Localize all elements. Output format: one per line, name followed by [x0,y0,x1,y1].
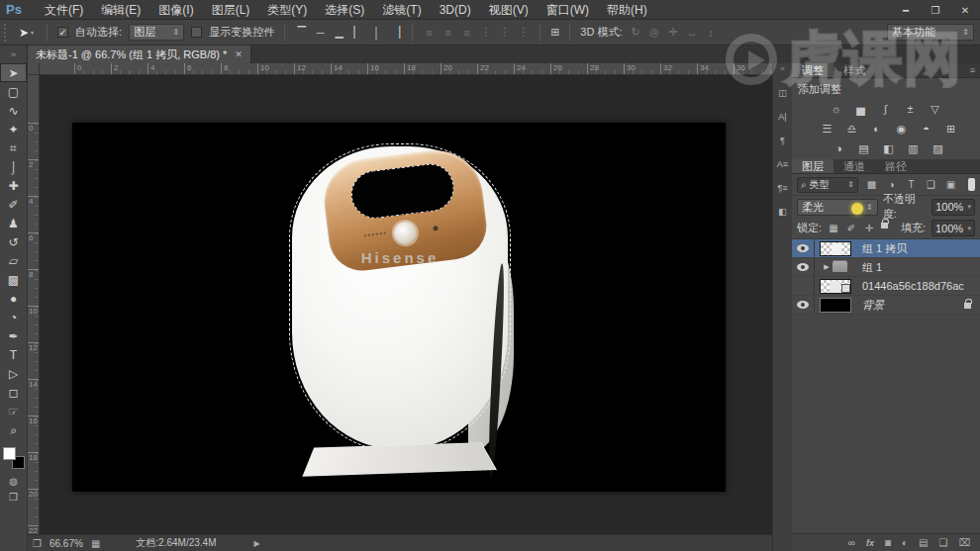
align-right-edges-icon[interactable]: ▕ [389,26,402,39]
auto-select-checkbox[interactable]: ✓ [57,27,68,38]
distribute-right-edges-icon[interactable]: ⋮ [517,26,530,39]
align-horizontal-centers-icon[interactable]: │ [370,27,383,39]
pen-tool[interactable]: ✒ [0,326,27,345]
3d-roll-icon[interactable]: ◎ [648,26,661,39]
black-white-icon[interactable]: ◐ [868,122,885,137]
auto-select-dropdown[interactable]: 图层 ⇕ [129,24,184,41]
document-tab[interactable]: 未标题-1 @ 66.7% (组 1 拷贝, RGB/8) * ✕ [28,46,251,63]
brightness-contrast-icon[interactable]: ☼ [828,102,844,117]
screen-mode-icon[interactable]: ❐ [0,489,27,505]
distribute-horizontal-centers-icon[interactable]: ⋮ [498,26,511,39]
channel-mixer-icon[interactable]: ◓ [918,122,934,137]
3d-slide-icon[interactable]: ↔ [686,27,699,39]
add-layer-mask-icon[interactable]: ◙ [885,537,891,548]
new-group-icon[interactable]: ▤ [919,537,928,548]
auto-align-icon[interactable]: ⊞ [550,26,559,39]
visibility-toggle[interactable] [792,239,815,257]
eraser-tool[interactable]: ▱ [0,251,27,270]
filter-adjustment-layers-icon[interactable]: ◑ [885,179,898,190]
tab-channels[interactable]: 通道 [833,159,875,173]
align-bottom-edges-icon[interactable]: ▁ [333,26,345,39]
lock-image-pixels-icon[interactable]: ✐ [845,223,857,233]
gradient-map-icon[interactable]: ▥ [905,141,922,156]
show-transform-checkbox[interactable] [191,27,202,38]
opacity-field[interactable]: 100% ▾ [931,199,975,216]
paragraph-panel-icon[interactable]: ¶ [777,135,788,146]
color-balance-icon[interactable]: ♎ [843,122,860,137]
layer-row[interactable]: 01446a56c188d76ac725... [792,277,980,296]
foreground-color-swatch[interactable] [3,447,16,460]
3d-scale-icon[interactable]: ↕ [705,27,718,39]
menu-item-3d[interactable]: 3D(D) [431,0,480,20]
menu-item-edit[interactable]: 编辑(E) [92,0,149,20]
filter-pixel-layers-icon[interactable]: ▩ [865,179,878,190]
layer-thumbnail[interactable] [815,279,856,294]
fill-field[interactable]: 100% ▾ [931,220,975,236]
distribute-left-edges-icon[interactable]: ⋮ [479,26,492,39]
current-tool-badge[interactable]: ➤ ▾ [16,26,37,40]
color-swatches[interactable] [3,447,25,469]
zoom-level[interactable]: 66.67% [49,538,83,549]
layer-thumbnail[interactable] [815,241,856,256]
close-tab-icon[interactable]: ✕ [235,46,243,63]
visibility-toggle[interactable] [792,258,815,276]
history-brush-tool[interactable]: ↺ [0,232,27,251]
tab-styles[interactable]: 样式 [833,63,875,77]
toolbar-collapse-icon[interactable]: » [0,46,28,63]
paragraph-styles-panel-icon[interactable]: ¶≡ [777,182,788,194]
menu-item-file[interactable]: 文件(F) [36,0,92,20]
threshold-icon[interactable]: ◧ [880,141,897,156]
visibility-toggle[interactable] [792,277,815,295]
vibrance-icon[interactable]: ▽ [927,102,943,117]
invert-icon[interactable]: ◑ [831,141,847,156]
dodge-tool[interactable]: ◔ [0,308,27,326]
tab-paths[interactable]: 路径 [875,159,917,173]
character-styles-panel-icon[interactable]: A≡ [777,158,788,170]
visibility-toggle[interactable] [792,296,815,314]
eyedropper-tool[interactable]: ⌡ [0,157,27,176]
align-left-edges-icon[interactable]: ▏ [351,26,364,39]
layer-row[interactable]: 组 1 [792,258,980,277]
lock-transparent-pixels-icon[interactable]: ▦ [828,223,839,233]
crop-tool[interactable]: ⌗ [0,138,27,157]
info-panel-icon[interactable]: ◧ [777,206,788,218]
brush-tool[interactable]: ✐ [0,195,27,214]
tab-adjustments[interactable]: 调整 [792,63,833,77]
align-vertical-centers-icon[interactable]: ─ [314,27,327,39]
status-flyout-icon[interactable]: ▶ [254,539,260,548]
3d-rotate-icon[interactable]: ↻ [630,26,642,39]
selective-color-icon[interactable]: ▨ [930,141,946,156]
curves-icon[interactable]: ∫ [877,102,894,117]
layer-style-icon[interactable]: fx [866,538,874,548]
move-tool[interactable]: ➤ [0,63,27,82]
filter-shape-layers-icon[interactable]: ❑ [925,179,937,190]
healing-brush-tool[interactable]: ✚ [0,176,27,195]
delete-layer-icon[interactable]: ⌧ [958,537,970,548]
layer-thumbnail[interactable] [815,260,856,275]
lock-all-icon[interactable] [881,223,888,229]
new-adjustment-layer-icon[interactable]: ◐ [902,537,908,548]
posterize-icon[interactable]: ▤ [855,141,872,156]
properties-panel-icon[interactable]: ◫ [777,87,788,99]
quick-mask-icon[interactable]: ◍ [0,473,27,489]
dock-collapse-icon[interactable]: « [780,63,784,75]
maximize-button[interactable]: ❐ [929,5,942,16]
path-selection-tool[interactable]: ▷ [0,364,27,383]
lasso-tool[interactable]: ∿ [0,101,27,120]
type-tool[interactable]: T [0,345,27,364]
3d-pan-icon[interactable]: ✛ [667,26,680,39]
color-lookup-icon[interactable]: ⊞ [942,122,959,137]
layer-row[interactable]: 背景 [792,296,980,315]
menu-item-filter[interactable]: 滤镜(T) [373,0,430,20]
lock-position-icon[interactable]: ✛ [863,223,875,233]
shape-tool[interactable]: ◻ [0,383,27,402]
hue-saturation-icon[interactable]: ☰ [819,122,835,137]
canvas[interactable]: Hisense [72,123,726,492]
status-window-icon[interactable]: ❐ [33,538,42,549]
layer-thumbnail[interactable] [815,298,856,313]
menu-item-layer[interactable]: 图层(L) [203,0,259,20]
horizontal-ruler[interactable]: 024681012141618202224262830323436 [40,63,772,75]
clone-stamp-tool[interactable]: ♟ [0,214,27,232]
tab-layers[interactable]: 图层 [792,159,833,173]
marquee-tool[interactable]: ▢ [0,82,27,101]
